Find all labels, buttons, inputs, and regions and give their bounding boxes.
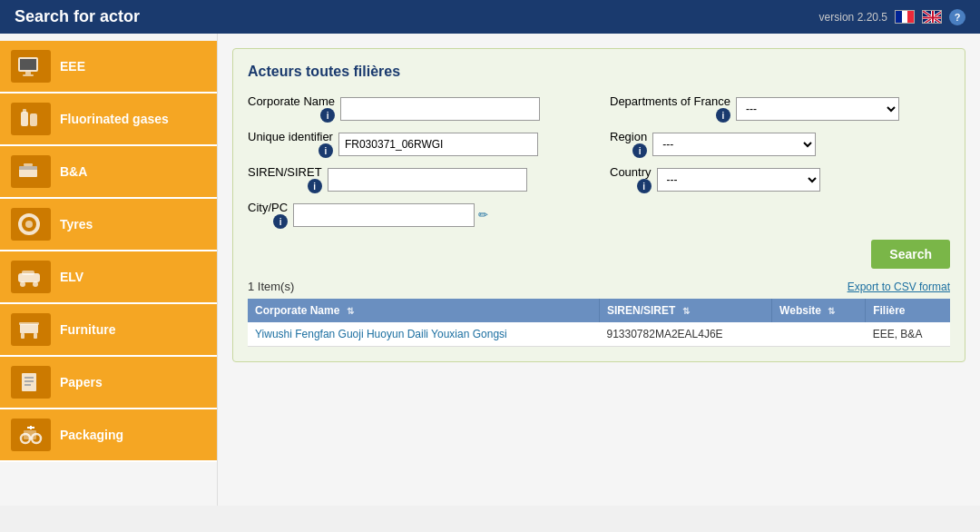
sidebar-item-papers[interactable]: Papers: [0, 357, 217, 409]
siren-row: SIREN/SIRET i: [248, 165, 588, 193]
search-button[interactable]: Search: [871, 240, 950, 269]
svg-rect-32: [24, 384, 31, 386]
papers-icon: [11, 366, 51, 399]
svg-rect-27: [34, 333, 37, 339]
version-text: version 2.20.5: [819, 11, 887, 24]
city-label: City/PC: [248, 201, 288, 214]
sidebar-item-tyres-label: Tyres: [60, 217, 93, 232]
sidebar-item-tyres[interactable]: Tyres: [0, 199, 217, 251]
dept-france-info[interactable]: i: [716, 108, 730, 123]
table-body: Yiwushi Fengfan Guoji Huoyun Daili Youxi…: [248, 322, 950, 347]
help-icon[interactable]: ?: [949, 9, 965, 25]
sidebar-item-fluor-label: Fluorinated gases: [60, 112, 169, 126]
svg-rect-12: [23, 74, 34, 76]
country-label: Country: [610, 165, 652, 179]
unique-id-info[interactable]: i: [318, 143, 333, 158]
city-input[interactable]: [293, 203, 475, 227]
col-siren[interactable]: SIREN/SIRET ⇅: [600, 299, 772, 322]
svg-rect-22: [22, 271, 34, 275]
sidebar-item-packaging-label: Packaging: [60, 428, 123, 442]
sidebar-item-fluor[interactable]: Fluorinated gases: [0, 94, 217, 146]
svg-point-24: [33, 281, 38, 287]
svg-rect-30: [24, 377, 34, 379]
right-form-col: Departments of France i --- Region i: [610, 94, 950, 229]
edit-icon[interactable]: ✏: [478, 208, 488, 222]
corporate-name-info[interactable]: i: [320, 108, 335, 123]
flag-fr[interactable]: [895, 10, 915, 24]
city-info[interactable]: i: [273, 214, 288, 229]
main-layout: EEE Fluorinated gases B&A: [0, 34, 980, 506]
item-count: 1 Item(s): [248, 280, 294, 293]
region-select[interactable]: ---: [652, 133, 816, 156]
packaging-icon: [11, 419, 51, 451]
panel-title: Acteurs toutes filières: [248, 64, 950, 80]
region-info[interactable]: i: [632, 143, 647, 158]
sort-icon-corporate: ⇅: [347, 306, 354, 316]
fluor-icon: [11, 103, 51, 135]
cell-siren: 91330782MA2EAL4J6E: [600, 322, 772, 347]
sidebar-item-ba[interactable]: B&A: [0, 146, 217, 199]
table-header: Corporate Name ⇅ SIREN/SIRET ⇅ Website ⇅: [248, 299, 950, 322]
svg-point-23: [20, 281, 25, 287]
results-header: 1 Item(s) Export to CSV format: [248, 280, 950, 293]
corporate-name-input[interactable]: [340, 97, 540, 121]
header-right: version 2.20.5 ?: [819, 9, 965, 25]
svg-rect-13: [21, 112, 28, 126]
corporate-name-row: Corporate Name i: [248, 94, 588, 123]
content: Acteurs toutes filières Corporate Name i: [218, 34, 980, 506]
search-btn-row: Search: [248, 240, 950, 269]
sidebar-item-ba-label: B&A: [60, 164, 87, 179]
cell-filiere: EEE, B&A: [866, 322, 950, 347]
sidebar-item-elv[interactable]: ELV: [0, 251, 217, 304]
dept-france-row: Departments of France i ---: [610, 94, 950, 123]
city-row: City/PC i ✏: [248, 201, 588, 229]
page-title: Search for actor: [15, 7, 140, 26]
svg-rect-31: [24, 380, 34, 382]
export-csv-link[interactable]: Export to CSV format: [848, 281, 950, 293]
city-input-group: ✏: [293, 203, 488, 227]
siren-info[interactable]: i: [308, 179, 322, 193]
sidebar-item-furniture-label: Furniture: [60, 322, 115, 337]
col-website[interactable]: Website ⇅: [772, 299, 866, 322]
svg-rect-14: [30, 113, 37, 126]
sidebar-item-papers-label: Papers: [60, 375, 103, 389]
header: Search for actor version 2.20.5 ?: [0, 0, 980, 34]
svg-point-20: [25, 221, 33, 228]
dept-france-select[interactable]: ---: [736, 97, 899, 121]
tyres-icon: [11, 208, 51, 241]
sort-icon-siren: ⇅: [682, 306, 690, 316]
siren-label: SIREN/SIRET: [248, 165, 322, 179]
unique-id-label: Unique identifier: [248, 130, 333, 143]
elv-icon: [11, 261, 51, 293]
country-row: Country i ---: [610, 165, 950, 193]
col-corporate-name[interactable]: Corporate Name ⇅: [248, 299, 600, 322]
sidebar: EEE Fluorinated gases B&A: [0, 34, 218, 506]
svg-rect-18: [24, 163, 33, 166]
left-form-col: Corporate Name i Unique identifier i: [248, 94, 588, 229]
sidebar-item-eee[interactable]: EEE: [0, 41, 217, 94]
unique-id-row: Unique identifier i: [248, 130, 588, 158]
eee-icon: [11, 50, 51, 83]
sidebar-item-packaging[interactable]: Packaging: [0, 409, 217, 462]
region-row: Region i ---: [610, 130, 950, 158]
ba-icon: [11, 155, 51, 188]
flag-uk[interactable]: [922, 10, 942, 24]
cell-corporate-name[interactable]: Yiwushi Fengfan Guoji Huoyun Daili Youxi…: [248, 322, 600, 347]
search-panel: Acteurs toutes filières Corporate Name i: [232, 48, 965, 362]
siren-input[interactable]: [328, 168, 527, 192]
country-select[interactable]: ---: [657, 168, 820, 192]
svg-rect-17: [19, 166, 37, 170]
sidebar-item-eee-label: EEE: [60, 59, 85, 74]
results-section: 1 Item(s) Export to CSV format Corporate…: [248, 280, 950, 347]
col-filiere[interactable]: Filière: [866, 299, 950, 322]
svg-rect-15: [23, 109, 26, 113]
country-info[interactable]: i: [637, 179, 652, 193]
svg-rect-25: [20, 324, 38, 333]
sidebar-item-furniture[interactable]: Furniture: [0, 304, 217, 357]
svg-rect-10: [20, 59, 36, 70]
unique-id-input[interactable]: [338, 133, 538, 156]
svg-rect-11: [25, 72, 31, 74]
furniture-icon: [11, 313, 51, 346]
svg-rect-35: [24, 430, 36, 439]
sort-icon-website: ⇅: [828, 306, 835, 316]
